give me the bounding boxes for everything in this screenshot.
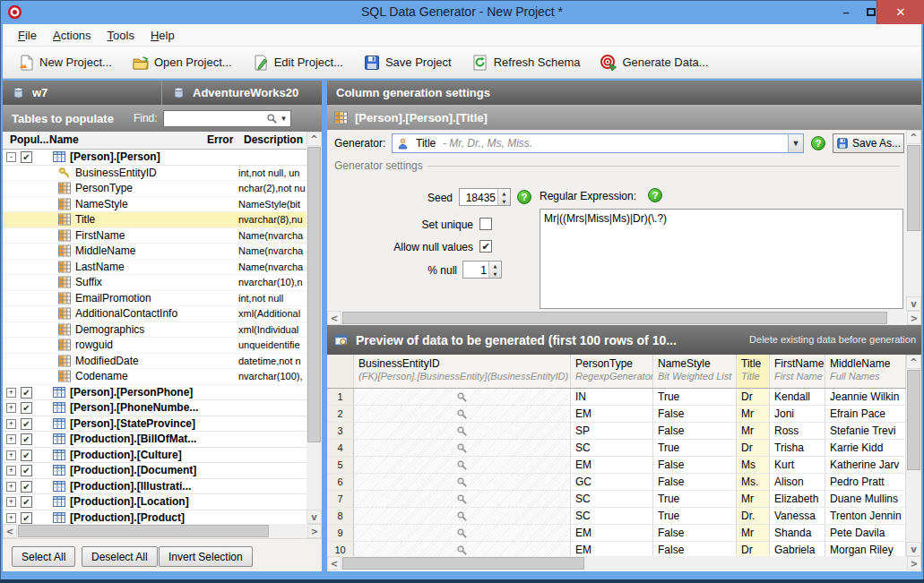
tree-row-column[interactable]: BusinessEntityIDint,not null, un: [3, 166, 307, 182]
find-dropdown-icon[interactable]: ▼: [279, 113, 289, 125]
cell-firstname[interactable]: Vanessa: [770, 508, 825, 525]
scroll-up-icon[interactable]: ^: [307, 132, 322, 146]
cell-businessentityid[interactable]: [354, 440, 571, 457]
tree-row-column[interactable]: rowguidunqueidentifie: [3, 338, 307, 354]
scroll-down-icon[interactable]: v: [307, 510, 322, 524]
cell-title[interactable]: Mr: [737, 525, 770, 542]
menu-item-file[interactable]: File: [10, 26, 45, 45]
cell-namestyle[interactable]: False: [653, 457, 737, 474]
generator-help-icon[interactable]: ?: [811, 136, 825, 150]
search-icon[interactable]: [266, 113, 278, 124]
column-header-description[interactable]: Description: [244, 133, 303, 146]
scroll-right-icon[interactable]: >: [907, 311, 921, 325]
tree-row-table[interactable]: +✔[Production].[Culture]: [3, 448, 307, 464]
scroll-up-icon[interactable]: ^: [906, 130, 921, 144]
scroll-left-icon[interactable]: <: [3, 524, 17, 538]
cell-middlename[interactable]: Jeannie Wilkin: [825, 389, 906, 406]
tree-row-table[interactable]: +✔[Production].[Location]: [3, 494, 307, 510]
scroll-thumb[interactable]: [307, 147, 321, 442]
spin-up-icon[interactable]: ▲: [489, 261, 501, 270]
column-header-error[interactable]: Error: [207, 133, 233, 146]
settings-horizontal-scrollbar[interactable]: < >: [327, 311, 921, 325]
tree-row-column[interactable]: Suffixnvarchar(10),n: [3, 275, 307, 291]
cell-title[interactable]: Mr: [737, 491, 770, 508]
tree-row-table[interactable]: +✔[Production].[BillOfMat...: [3, 432, 307, 448]
cell-title[interactable]: Ms: [737, 457, 770, 474]
scroll-up-icon[interactable]: ^: [906, 355, 921, 369]
cell-businessentityid[interactable]: [354, 508, 571, 525]
expander-icon[interactable]: +: [6, 419, 16, 429]
toolbar-button-refresh-schema[interactable]: Refresh Schema: [464, 49, 588, 76]
tree-row-column[interactable]: PersonTypenchar(2),not nu: [3, 181, 307, 197]
cell-persontype[interactable]: SC: [571, 508, 653, 525]
preview-col-persontype[interactable]: PersonTypeRegexpGenerator: [571, 355, 653, 388]
scroll-thumb[interactable]: [907, 370, 920, 470]
tree-row-column[interactable]: Titlenvarchar(8),nu: [3, 212, 307, 228]
cell-namestyle[interactable]: True: [653, 491, 737, 508]
cell-title[interactable]: Ms.: [737, 474, 770, 491]
tree-row-column[interactable]: EmailPromotionint,not null: [3, 291, 307, 307]
select-all-button[interactable]: Select All: [12, 546, 75, 567]
scroll-thumb[interactable]: [342, 557, 584, 570]
populate-checkbox[interactable]: ✔: [21, 465, 32, 476]
populate-checkbox[interactable]: ✔: [21, 418, 32, 430]
populate-checkbox[interactable]: ✔: [21, 450, 32, 461]
tree-row-table[interactable]: +✔[Production].[Product]: [3, 510, 307, 525]
cell-middlename[interactable]: Efrain Pace: [825, 406, 906, 423]
cell-businessentityid[interactable]: [354, 491, 571, 508]
scroll-right-icon[interactable]: >: [907, 556, 921, 570]
spin-down-icon[interactable]: ▼: [489, 270, 501, 278]
deselect-all-button[interactable]: Deselect All: [82, 546, 158, 567]
cell-persontype[interactable]: SC: [571, 440, 653, 457]
cell-firstname[interactable]: Elizabeth: [770, 491, 825, 508]
cell-middlename[interactable]: Karrie Kidd: [825, 440, 906, 457]
tree-row-table[interactable]: +✔[Person].[StateProvince]: [3, 416, 307, 433]
tree-row-table[interactable]: +✔[Production].[Document]: [3, 463, 307, 479]
minimize-button[interactable]: –: [833, 0, 859, 24]
cell-middlename[interactable]: Pedro Pratt: [825, 474, 906, 491]
tree-vertical-scrollbar[interactable]: ^ v: [307, 132, 322, 524]
cell-namestyle[interactable]: True: [653, 440, 737, 457]
tree-row-column[interactable]: LastNameName(nvarcha: [3, 260, 307, 276]
delete-existing-data-option[interactable]: Delete existing data before generation: [749, 334, 916, 345]
invert-selection-button[interactable]: Invert Selection: [159, 546, 253, 567]
preview-col-middlename[interactable]: MiddleNameFull Names: [825, 355, 906, 388]
tree-row-column[interactable]: AdditionalContactInfoxml(Additional: [3, 306, 307, 322]
cell-persontype[interactable]: EM: [571, 406, 653, 423]
preview-col-namestyle[interactable]: NameStyleBit Weighted List: [653, 355, 737, 388]
cell-persontype[interactable]: SC: [571, 491, 653, 508]
regex-help-icon[interactable]: ?: [648, 188, 662, 202]
cell-firstname[interactable]: Kendall: [770, 389, 825, 406]
scroll-thumb[interactable]: [342, 312, 887, 324]
scroll-left-icon[interactable]: <: [327, 311, 341, 325]
cell-persontype[interactable]: GC: [571, 474, 653, 491]
expander-icon[interactable]: +: [6, 482, 16, 492]
cell-namestyle[interactable]: False: [653, 406, 737, 423]
scroll-down-icon[interactable]: v: [906, 296, 921, 311]
cell-namestyle[interactable]: False: [653, 474, 737, 491]
cell-firstname[interactable]: Joni: [770, 406, 825, 423]
menu-item-tools[interactable]: Tools: [99, 26, 142, 45]
tree-horizontal-scrollbar[interactable]: < >: [3, 524, 322, 538]
cell-namestyle[interactable]: True: [653, 389, 737, 406]
cell-title[interactable]: Dr: [737, 440, 770, 457]
cell-title[interactable]: Dr: [737, 389, 770, 406]
save-as-button[interactable]: Save As...: [833, 133, 904, 153]
preview-col-firstname[interactable]: FirstNameFirst Name: [770, 355, 825, 388]
cell-middlename[interactable]: Pete Davila: [825, 525, 906, 542]
expander-icon[interactable]: +: [6, 403, 16, 413]
cell-firstname[interactable]: Kurt: [770, 457, 825, 474]
cell-middlename[interactable]: Trenton Jennin: [825, 508, 906, 525]
tree-row-column[interactable]: FirstNameName(nvarcha: [3, 228, 307, 244]
cell-businessentityid[interactable]: [354, 389, 571, 406]
menu-item-actions[interactable]: Actions: [45, 26, 99, 45]
close-button[interactable]: ✕: [877, 0, 924, 24]
tree-row-table[interactable]: +✔[Production].[Illustrati...: [3, 479, 307, 495]
seed-help-icon[interactable]: ?: [517, 190, 531, 204]
cell-persontype[interactable]: EM: [571, 525, 653, 542]
cell-businessentityid[interactable]: [354, 423, 571, 440]
expander-icon[interactable]: +: [6, 513, 16, 523]
cell-middlename[interactable]: Duane Mullins: [825, 491, 906, 508]
preview-col-title[interactable]: TitleTitle: [737, 355, 770, 388]
toolbar-button-generate-data[interactable]: Generate Data...: [592, 49, 715, 76]
